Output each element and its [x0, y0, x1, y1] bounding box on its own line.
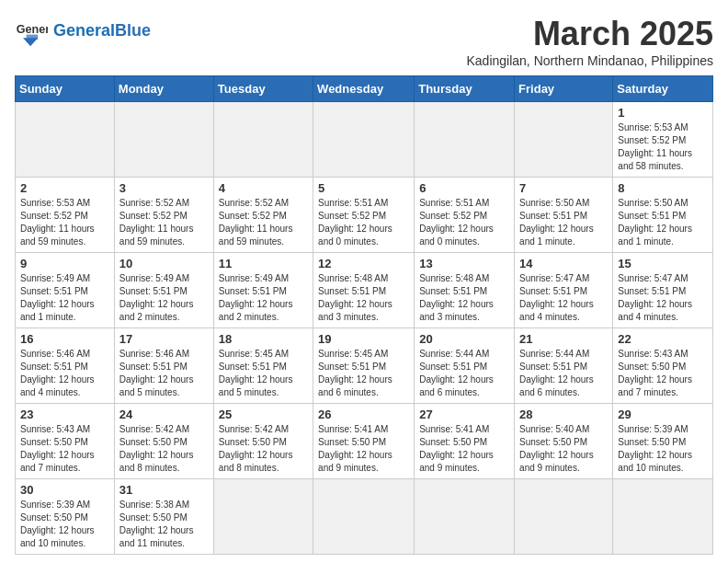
calendar-week-3: 9Sunrise: 5:49 AM Sunset: 5:51 PM Daylig… — [16, 253, 713, 328]
day-info: Sunrise: 5:41 AM Sunset: 5:50 PM Dayligh… — [318, 423, 409, 475]
calendar-cell: 27Sunrise: 5:41 AM Sunset: 5:50 PM Dayli… — [415, 404, 515, 479]
calendar-cell: 15Sunrise: 5:47 AM Sunset: 5:51 PM Dayli… — [613, 253, 713, 328]
calendar-week-5: 23Sunrise: 5:43 AM Sunset: 5:50 PM Dayli… — [16, 404, 713, 479]
calendar-cell: 24Sunrise: 5:42 AM Sunset: 5:50 PM Dayli… — [114, 404, 213, 479]
day-number: 6 — [419, 181, 509, 195]
day-number: 2 — [20, 181, 109, 195]
calendar-cell — [213, 479, 313, 555]
day-number: 21 — [519, 332, 608, 346]
day-number: 24 — [119, 408, 209, 421]
calendar-cell: 14Sunrise: 5:47 AM Sunset: 5:51 PM Dayli… — [515, 253, 613, 328]
calendar-cell: 20Sunrise: 5:44 AM Sunset: 5:51 PM Dayli… — [415, 328, 515, 404]
calendar-week-6: 30Sunrise: 5:39 AM Sunset: 5:50 PM Dayli… — [16, 479, 713, 555]
day-info: Sunrise: 5:43 AM Sunset: 5:50 PM Dayligh… — [618, 348, 708, 399]
day-info: Sunrise: 5:53 AM Sunset: 5:52 PM Dayligh… — [618, 121, 708, 173]
day-info: Sunrise: 5:39 AM Sunset: 5:50 PM Dayligh… — [20, 499, 109, 550]
day-number: 7 — [519, 181, 608, 195]
calendar-cell — [415, 479, 515, 555]
day-number: 13 — [419, 257, 509, 270]
weekday-header-thursday: Thursday — [415, 76, 515, 102]
day-number: 3 — [119, 181, 209, 195]
day-info: Sunrise: 5:46 AM Sunset: 5:51 PM Dayligh… — [119, 348, 209, 399]
day-info: Sunrise: 5:52 AM Sunset: 5:52 PM Dayligh… — [119, 197, 209, 248]
calendar-cell: 31Sunrise: 5:38 AM Sunset: 5:50 PM Dayli… — [114, 479, 213, 555]
day-number: 4 — [219, 181, 308, 195]
calendar-cell: 26Sunrise: 5:41 AM Sunset: 5:50 PM Dayli… — [313, 404, 415, 479]
day-info: Sunrise: 5:39 AM Sunset: 5:50 PM Dayligh… — [618, 423, 708, 475]
weekday-header-wednesday: Wednesday — [313, 76, 415, 102]
calendar-cell: 29Sunrise: 5:39 AM Sunset: 5:50 PM Dayli… — [613, 404, 713, 479]
calendar-cell: 8Sunrise: 5:50 AM Sunset: 5:51 PM Daylig… — [613, 178, 713, 253]
calendar-cell: 16Sunrise: 5:46 AM Sunset: 5:51 PM Dayli… — [16, 328, 115, 404]
calendar-cell: 5Sunrise: 5:51 AM Sunset: 5:52 PM Daylig… — [313, 178, 415, 253]
day-info: Sunrise: 5:51 AM Sunset: 5:52 PM Dayligh… — [419, 197, 509, 248]
month-title: March 2025 — [466, 15, 713, 53]
logo: General GeneralBlue — [15, 15, 151, 48]
day-number: 26 — [318, 408, 409, 421]
calendar-cell: 19Sunrise: 5:45 AM Sunset: 5:51 PM Dayli… — [313, 328, 415, 404]
day-number: 30 — [20, 483, 109, 497]
day-number: 28 — [519, 408, 608, 421]
day-number: 8 — [618, 181, 708, 195]
calendar-week-4: 16Sunrise: 5:46 AM Sunset: 5:51 PM Dayli… — [16, 328, 713, 404]
day-number: 16 — [20, 332, 109, 346]
calendar-cell: 10Sunrise: 5:49 AM Sunset: 5:51 PM Dayli… — [114, 253, 213, 328]
calendar-cell — [313, 102, 415, 178]
calendar-cell — [16, 102, 115, 178]
day-info: Sunrise: 5:44 AM Sunset: 5:51 PM Dayligh… — [519, 348, 608, 399]
calendar-cell — [515, 102, 613, 178]
calendar-cell: 4Sunrise: 5:52 AM Sunset: 5:52 PM Daylig… — [213, 178, 313, 253]
calendar-cell — [415, 102, 515, 178]
day-number: 5 — [318, 181, 409, 195]
calendar-cell — [213, 102, 313, 178]
weekday-header-sunday: Sunday — [16, 76, 115, 102]
day-info: Sunrise: 5:45 AM Sunset: 5:51 PM Dayligh… — [219, 348, 308, 399]
weekday-header-monday: Monday — [114, 76, 213, 102]
title-area: March 2025 Kadingilan, Northern Mindanao… — [466, 15, 713, 68]
day-info: Sunrise: 5:50 AM Sunset: 5:51 PM Dayligh… — [618, 197, 708, 248]
day-number: 14 — [519, 257, 608, 270]
calendar-cell: 17Sunrise: 5:46 AM Sunset: 5:51 PM Dayli… — [114, 328, 213, 404]
day-number: 17 — [119, 332, 209, 346]
day-number: 9 — [20, 257, 109, 270]
weekday-header-friday: Friday — [515, 76, 613, 102]
day-number: 19 — [318, 332, 409, 346]
day-number: 31 — [119, 483, 209, 497]
calendar-cell — [313, 479, 415, 555]
day-number: 15 — [618, 257, 708, 270]
subtitle: Kadingilan, Northern Mindanao, Philippin… — [466, 53, 713, 68]
day-info: Sunrise: 5:49 AM Sunset: 5:51 PM Dayligh… — [20, 272, 109, 324]
logo-icon: General — [15, 15, 48, 48]
calendar-week-2: 2Sunrise: 5:53 AM Sunset: 5:52 PM Daylig… — [16, 178, 713, 253]
day-info: Sunrise: 5:49 AM Sunset: 5:51 PM Dayligh… — [119, 272, 209, 324]
day-info: Sunrise: 5:47 AM Sunset: 5:51 PM Dayligh… — [519, 272, 608, 324]
weekday-header-tuesday: Tuesday — [213, 76, 313, 102]
day-info: Sunrise: 5:44 AM Sunset: 5:51 PM Dayligh… — [419, 348, 509, 399]
day-number: 27 — [419, 408, 509, 421]
day-number: 25 — [219, 408, 308, 421]
header: General GeneralBlue March 2025 Kadingila… — [15, 15, 713, 68]
day-info: Sunrise: 5:53 AM Sunset: 5:52 PM Dayligh… — [20, 197, 109, 248]
calendar-cell — [114, 102, 213, 178]
calendar-cell: 28Sunrise: 5:40 AM Sunset: 5:50 PM Dayli… — [515, 404, 613, 479]
logo-text: GeneralBlue — [53, 22, 151, 40]
day-info: Sunrise: 5:50 AM Sunset: 5:51 PM Dayligh… — [519, 197, 608, 248]
day-info: Sunrise: 5:41 AM Sunset: 5:50 PM Dayligh… — [419, 423, 509, 475]
day-info: Sunrise: 5:48 AM Sunset: 5:51 PM Dayligh… — [419, 272, 509, 324]
calendar-cell: 25Sunrise: 5:42 AM Sunset: 5:50 PM Dayli… — [213, 404, 313, 479]
day-number: 1 — [618, 106, 708, 120]
svg-marker-2 — [27, 35, 39, 40]
calendar-cell: 11Sunrise: 5:49 AM Sunset: 5:51 PM Dayli… — [213, 253, 313, 328]
day-number: 18 — [219, 332, 308, 346]
calendar-cell: 22Sunrise: 5:43 AM Sunset: 5:50 PM Dayli… — [613, 328, 713, 404]
day-number: 11 — [219, 257, 308, 270]
calendar-cell — [515, 479, 613, 555]
calendar-cell: 2Sunrise: 5:53 AM Sunset: 5:52 PM Daylig… — [16, 178, 115, 253]
weekday-header-saturday: Saturday — [613, 76, 713, 102]
day-info: Sunrise: 5:43 AM Sunset: 5:50 PM Dayligh… — [20, 423, 109, 475]
day-info: Sunrise: 5:48 AM Sunset: 5:51 PM Dayligh… — [318, 272, 409, 324]
calendar-cell — [613, 479, 713, 555]
day-info: Sunrise: 5:38 AM Sunset: 5:50 PM Dayligh… — [119, 499, 209, 550]
calendar-week-1: 1Sunrise: 5:53 AM Sunset: 5:52 PM Daylig… — [16, 102, 713, 178]
calendar-cell: 7Sunrise: 5:50 AM Sunset: 5:51 PM Daylig… — [515, 178, 613, 253]
